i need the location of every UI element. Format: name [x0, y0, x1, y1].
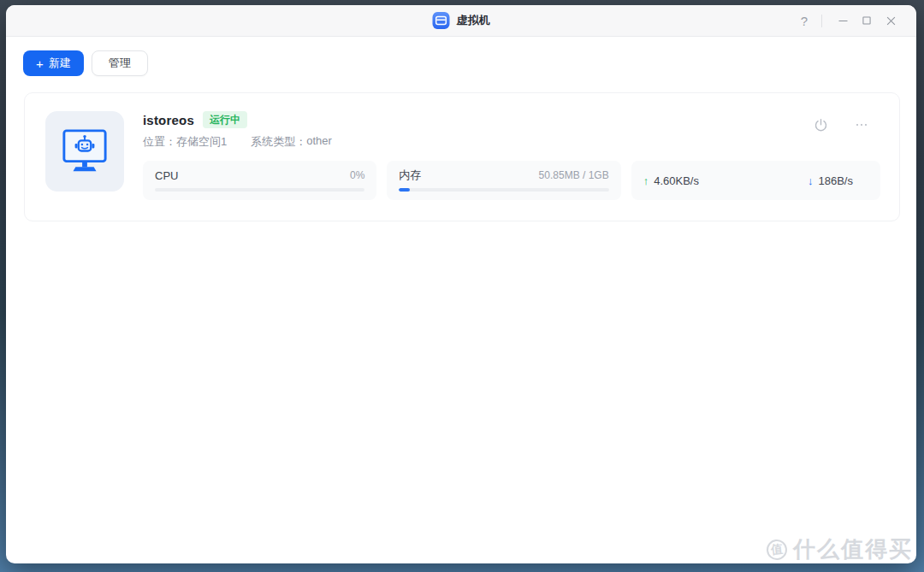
- create-vm-button[interactable]: + 新建: [23, 50, 84, 76]
- memory-progress-fill: [399, 188, 409, 192]
- content-area: + 新建 管理: [6, 37, 916, 221]
- vm-monitor-robot-icon: [58, 127, 111, 175]
- cpu-progress-track: [155, 188, 364, 192]
- memory-label: 内存: [399, 168, 421, 183]
- titlebar-controls: ?: [796, 5, 903, 36]
- power-button[interactable]: [812, 116, 829, 133]
- cpu-value: 0%: [350, 169, 364, 181]
- location-label: 位置：: [143, 134, 176, 150]
- vm-icon-tile: [45, 111, 124, 192]
- window-title: 虚拟机: [457, 13, 490, 28]
- help-button[interactable]: ?: [796, 14, 813, 28]
- upload-speed: ↑ 4.60KB/s: [643, 174, 699, 187]
- upload-value: 4.60KB/s: [654, 174, 699, 187]
- vm-actions: [812, 116, 870, 133]
- network-stat: ↑ 4.60KB/s ↓ 186B/s: [631, 161, 880, 200]
- vm-app-icon: [433, 12, 450, 29]
- vm-meta: 位置： 存储空间1 系统类型： other: [143, 134, 332, 150]
- vm-name: istoreos: [143, 113, 194, 127]
- memory-stat: 内存 50.85MB / 1GB: [387, 161, 620, 200]
- titlebar[interactable]: 虚拟机 ?: [6, 5, 916, 37]
- vm-manager-window: 虚拟机 ? + 新建: [6, 5, 916, 563]
- vm-stats: CPU 0% 内存 50.85MB / 1GB: [143, 161, 880, 200]
- minimize-button[interactable]: [831, 9, 855, 32]
- upload-arrow-icon: ↑: [643, 174, 649, 187]
- close-button[interactable]: [879, 9, 903, 32]
- status-badge: 运行中: [203, 111, 247, 128]
- vm-details: istoreos 运行中 位置： 存储空间1 系统类型：: [143, 111, 880, 200]
- titlebar-divider: [821, 15, 822, 27]
- download-value: 186B/s: [819, 174, 853, 187]
- download-arrow-icon: ↓: [808, 174, 814, 187]
- cpu-stat: CPU 0%: [143, 161, 376, 200]
- plus-icon: +: [36, 57, 44, 70]
- maximize-button[interactable]: [855, 9, 879, 32]
- more-menu-button[interactable]: [853, 116, 870, 133]
- manage-label: 管理: [109, 56, 131, 71]
- os-type-value: other: [306, 134, 332, 150]
- download-speed: ↓ 186B/s: [808, 174, 853, 187]
- titlebar-title-group: 虚拟机: [433, 5, 490, 36]
- desktop-background: 虚拟机 ? + 新建: [0, 0, 924, 572]
- create-vm-label: 新建: [49, 56, 71, 71]
- toolbar: + 新建 管理: [6, 50, 916, 76]
- location-value: 存储空间1: [176, 134, 227, 150]
- vm-card[interactable]: istoreos 运行中 位置： 存储空间1 系统类型：: [24, 92, 900, 221]
- memory-progress-track: [399, 188, 608, 192]
- memory-value: 50.85MB / 1GB: [539, 169, 609, 181]
- manage-button[interactable]: 管理: [92, 50, 148, 76]
- vm-title-block: istoreos 运行中 位置： 存储空间1 系统类型：: [143, 111, 332, 150]
- os-type-label: 系统类型：: [251, 134, 306, 150]
- cpu-label: CPU: [155, 169, 178, 182]
